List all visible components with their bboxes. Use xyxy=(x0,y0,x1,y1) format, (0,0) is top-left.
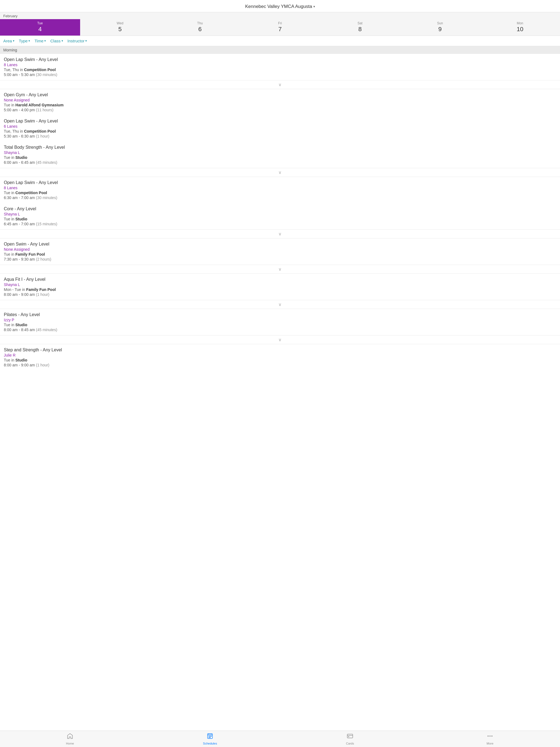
dropdown-icon[interactable]: ▾ xyxy=(313,5,315,8)
chevron-down-icon: ∨ xyxy=(278,302,282,307)
class-instructor: 8 Lanes xyxy=(4,62,556,67)
day-item-mon[interactable]: Mon 10 xyxy=(480,19,560,35)
class-item[interactable]: Open Swim - Any Level None Assigned Tue … xyxy=(0,238,560,261)
class-instructor: Shayna L xyxy=(4,150,556,155)
class-name: Step and Strength - Any Level xyxy=(4,347,556,353)
class-time: 6:00 am - 6:45 am (45 minutes) xyxy=(4,160,556,164)
filter-bar: Area▾Type▾Time▾Class▾Instructor▾ xyxy=(0,36,560,46)
expand-divider[interactable]: ∨ xyxy=(0,229,560,238)
expand-divider[interactable]: ∨ xyxy=(0,300,560,309)
day-num: 4 xyxy=(38,26,42,33)
app-title: Kennebec Valley YMCA Augusta xyxy=(245,4,312,9)
class-time: 6:30 am - 7:00 am (30 minutes) xyxy=(4,196,556,200)
section-header: Morning xyxy=(0,46,560,54)
filter-label: Instructor xyxy=(68,38,85,43)
class-location: Tue, Thu in Competition Pool xyxy=(4,68,556,72)
day-name: Wed xyxy=(117,21,123,25)
filter-chevron-icon: ▾ xyxy=(85,39,87,43)
day-item-wed[interactable]: Wed 5 xyxy=(80,19,160,35)
chevron-down-icon: ∨ xyxy=(278,266,282,272)
class-instructor: Izzy P xyxy=(4,318,556,322)
day-num: 7 xyxy=(278,26,282,33)
class-time: 8:00 am - 9:00 am (1 hour) xyxy=(4,363,556,367)
filter-type[interactable]: Type▾ xyxy=(19,38,30,43)
filter-label: Class xyxy=(50,38,61,43)
class-name: Pilates - Any Level xyxy=(4,312,556,317)
class-instructor: None Assigned xyxy=(4,98,556,102)
class-time: 5:00 am - 5:30 am (30 minutes) xyxy=(4,73,556,77)
class-item[interactable]: Open Lap Swim - Any Level 6 Lanes Tue, T… xyxy=(0,115,560,138)
class-instructor: Julie R xyxy=(4,353,556,357)
class-location: Tue in Studio xyxy=(4,358,556,362)
month-label: February xyxy=(0,12,560,19)
class-name: Core - Any Level xyxy=(4,206,556,211)
class-location: Mon - Tue in Family Fun Pool xyxy=(4,287,556,292)
expand-divider[interactable]: ∨ xyxy=(0,168,560,177)
expand-divider[interactable]: ∨ xyxy=(0,335,560,344)
chevron-down-icon: ∨ xyxy=(278,170,282,175)
filter-chevron-icon: ▾ xyxy=(61,39,63,43)
day-name: Mon xyxy=(517,21,523,25)
class-location: Tue in Competition Pool xyxy=(4,190,556,195)
filter-time[interactable]: Time▾ xyxy=(34,38,46,43)
day-name: Tue xyxy=(37,21,43,25)
class-instructor: Shayna L xyxy=(4,212,556,216)
day-name: Sat xyxy=(358,21,362,25)
class-item[interactable]: Aqua Fit I - Any Level Shayna L Mon - Tu… xyxy=(0,274,560,297)
expand-divider[interactable]: ∨ xyxy=(0,265,560,274)
filter-label: Type xyxy=(19,38,28,43)
class-item[interactable]: Total Body Strength - Any Level Shayna L… xyxy=(0,141,560,164)
day-num: 9 xyxy=(438,26,441,33)
app-header: Kennebec Valley YMCA Augusta ▾ xyxy=(0,0,560,12)
day-num: 8 xyxy=(358,26,361,33)
filter-instructor[interactable]: Instructor▾ xyxy=(68,38,87,43)
class-item[interactable]: Core - Any Level Shayna L Tue in Studio … xyxy=(0,203,560,226)
day-item-fri[interactable]: Fri 7 xyxy=(240,19,320,35)
class-location: Tue in Studio xyxy=(4,217,556,221)
filter-label: Time xyxy=(34,38,44,43)
class-name: Total Body Strength - Any Level xyxy=(4,145,556,150)
class-instructor: None Assigned xyxy=(4,247,556,252)
expand-divider[interactable]: ∨ xyxy=(0,80,560,89)
class-name: Open Gym - Any Level xyxy=(4,93,556,97)
filter-chevron-icon: ▾ xyxy=(44,39,46,43)
class-name: Open Swim - Any Level xyxy=(4,242,556,247)
class-location: Tue in Studio xyxy=(4,155,556,160)
chevron-down-icon: ∨ xyxy=(278,82,282,87)
class-instructor: 6 Lanes xyxy=(4,124,556,129)
day-item-sun[interactable]: Sun 9 xyxy=(400,19,480,35)
chevron-down-icon: ∨ xyxy=(278,231,282,236)
filter-area[interactable]: Area▾ xyxy=(3,38,15,43)
class-item[interactable]: Pilates - Any Level Izzy P Tue in Studio… xyxy=(0,309,560,332)
day-item-sat[interactable]: Sat 8 xyxy=(320,19,400,35)
class-time: 5:30 am - 6:30 am (1 hour) xyxy=(4,134,556,138)
content-scroll: Morning Open Lap Swim - Any Level 8 Lane… xyxy=(0,46,560,390)
day-item-tue[interactable]: Tue 4 xyxy=(0,19,80,35)
class-time: 8:00 am - 8:45 am (45 minutes) xyxy=(4,328,556,332)
class-time: 6:45 am - 7:00 am (15 minutes) xyxy=(4,222,556,226)
class-item[interactable]: Open Gym - Any Level None Assigned Tue i… xyxy=(0,89,560,112)
chevron-down-icon: ∨ xyxy=(278,337,282,342)
class-list: Open Lap Swim - Any Level 8 Lanes Tue, T… xyxy=(0,54,560,367)
class-location: Tue in Studio xyxy=(4,323,556,327)
class-name: Open Lap Swim - Any Level xyxy=(4,180,556,185)
class-item[interactable]: Open Lap Swim - Any Level 8 Lanes Tue, T… xyxy=(0,54,560,77)
filter-chevron-icon: ▾ xyxy=(28,39,30,43)
day-num: 6 xyxy=(198,26,202,33)
day-nav: Tue 4 Wed 5 Thu 6 Fri 7 Sat 8 Sun 9 Mon … xyxy=(0,19,560,36)
class-name: Open Lap Swim - Any Level xyxy=(4,57,556,62)
class-location: Tue, Thu in Competition Pool xyxy=(4,129,556,133)
class-time: 7:30 am - 9:30 am (2 hours) xyxy=(4,257,556,261)
class-instructor: Shayna L xyxy=(4,282,556,287)
class-location: Tue in Harold Alfond Gymnasium xyxy=(4,103,556,107)
class-item[interactable]: Open Lap Swim - Any Level 8 Lanes Tue in… xyxy=(0,177,560,200)
filter-class[interactable]: Class▾ xyxy=(50,38,63,43)
day-name: Sun xyxy=(437,21,443,25)
filter-label: Area xyxy=(3,38,12,43)
day-item-thu[interactable]: Thu 6 xyxy=(160,19,240,35)
day-name: Fri xyxy=(278,21,282,25)
class-item[interactable]: Step and Strength - Any Level Julie R Tu… xyxy=(0,344,560,367)
class-time: 8:00 am - 9:00 am (1 hour) xyxy=(4,292,556,297)
day-name: Thu xyxy=(197,21,203,25)
class-instructor: 8 Lanes xyxy=(4,186,556,190)
